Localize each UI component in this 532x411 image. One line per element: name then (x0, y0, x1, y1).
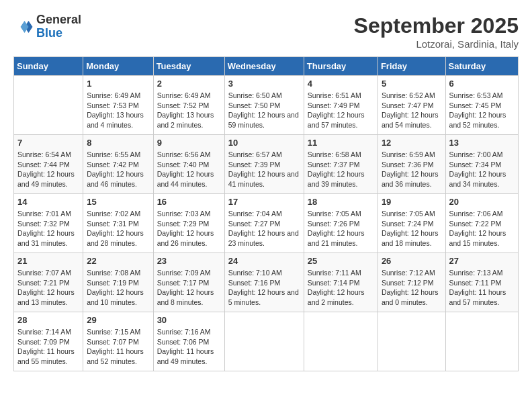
day-number: 6 (449, 79, 515, 89)
calendar-cell: 7Sunrise: 6:54 AMSunset: 7:44 PMDaylight… (14, 135, 83, 194)
day-number: 13 (449, 138, 515, 148)
day-info: Sunrise: 6:56 AMSunset: 7:40 PMDaylight:… (157, 150, 221, 189)
day-info: Sunrise: 6:58 AMSunset: 7:37 PMDaylight:… (308, 150, 374, 189)
day-number: 1 (87, 79, 149, 89)
calendar-cell (378, 312, 445, 371)
calendar-cell: 24Sunrise: 7:10 AMSunset: 7:16 PMDayligh… (224, 253, 304, 312)
day-number: 28 (17, 315, 79, 325)
day-info: Sunrise: 7:02 AMSunset: 7:31 PMDaylight:… (87, 209, 149, 248)
calendar-cell: 22Sunrise: 7:08 AMSunset: 7:19 PMDayligh… (83, 253, 153, 312)
calendar-cell: 11Sunrise: 6:58 AMSunset: 7:37 PMDayligh… (304, 135, 378, 194)
weekday-header: Friday (378, 57, 445, 76)
day-info: Sunrise: 6:54 AMSunset: 7:44 PMDaylight:… (17, 150, 79, 189)
logo-text: General Blue (36, 13, 81, 40)
day-info: Sunrise: 7:15 AMSunset: 7:07 PMDaylight:… (87, 327, 149, 367)
weekday-header-row: SundayMondayTuesdayWednesdayThursdayFrid… (14, 57, 519, 76)
calendar-body: 1Sunrise: 6:49 AMSunset: 7:53 PMDaylight… (14, 76, 519, 371)
calendar-header: SundayMondayTuesdayWednesdayThursdayFrid… (14, 57, 519, 76)
calendar-cell: 9Sunrise: 6:56 AMSunset: 7:40 PMDaylight… (153, 135, 224, 194)
day-number: 8 (87, 138, 149, 148)
calendar-cell: 17Sunrise: 7:04 AMSunset: 7:27 PMDayligh… (224, 194, 304, 253)
day-info: Sunrise: 7:03 AMSunset: 7:29 PMDaylight:… (157, 209, 221, 248)
calendar-cell: 1Sunrise: 6:49 AMSunset: 7:53 PMDaylight… (83, 76, 153, 135)
weekday-header: Sunday (14, 57, 83, 76)
day-number: 2 (157, 79, 221, 89)
day-number: 29 (87, 315, 149, 325)
day-info: Sunrise: 6:51 AMSunset: 7:49 PMDaylight:… (308, 91, 374, 130)
day-info: Sunrise: 7:08 AMSunset: 7:19 PMDaylight:… (87, 268, 149, 308)
day-info: Sunrise: 6:59 AMSunset: 7:36 PMDaylight:… (382, 150, 442, 189)
day-number: 16 (157, 197, 221, 207)
day-number: 9 (157, 138, 221, 148)
calendar-cell: 8Sunrise: 6:55 AMSunset: 7:42 PMDaylight… (83, 135, 153, 194)
logo-icon (13, 17, 34, 37)
page-header: General Blue September 2025 Lotzorai, Sa… (13, 13, 519, 50)
day-number: 5 (382, 79, 442, 89)
day-info: Sunrise: 6:50 AMSunset: 7:50 PMDaylight:… (228, 91, 300, 130)
calendar-cell: 13Sunrise: 7:00 AMSunset: 7:34 PMDayligh… (445, 135, 518, 194)
calendar-cell: 19Sunrise: 7:05 AMSunset: 7:24 PMDayligh… (378, 194, 445, 253)
calendar-cell: 16Sunrise: 7:03 AMSunset: 7:29 PMDayligh… (153, 194, 224, 253)
day-number: 19 (382, 197, 442, 207)
weekday-header: Saturday (445, 57, 518, 76)
calendar-cell: 2Sunrise: 6:49 AMSunset: 7:52 PMDaylight… (153, 76, 224, 135)
day-info: Sunrise: 7:16 AMSunset: 7:06 PMDaylight:… (157, 327, 221, 367)
day-info: Sunrise: 7:12 AMSunset: 7:12 PMDaylight:… (382, 268, 442, 308)
calendar-cell: 27Sunrise: 7:13 AMSunset: 7:11 PMDayligh… (445, 253, 518, 312)
title-block: September 2025 Lotzorai, Sardinia, Italy (354, 13, 519, 50)
calendar-cell (224, 312, 304, 371)
day-number: 24 (228, 256, 300, 266)
weekday-header: Monday (83, 57, 153, 76)
day-info: Sunrise: 6:53 AMSunset: 7:45 PMDaylight:… (449, 91, 515, 130)
logo: General Blue (13, 13, 81, 40)
day-info: Sunrise: 7:09 AMSunset: 7:17 PMDaylight:… (157, 268, 221, 308)
calendar-table: SundayMondayTuesdayWednesdayThursdayFrid… (13, 56, 519, 371)
day-number: 22 (87, 256, 149, 266)
calendar-cell (445, 312, 518, 371)
day-number: 7 (17, 138, 79, 148)
day-info: Sunrise: 6:52 AMSunset: 7:47 PMDaylight:… (382, 91, 442, 130)
calendar-cell: 18Sunrise: 7:05 AMSunset: 7:26 PMDayligh… (304, 194, 378, 253)
day-number: 27 (449, 256, 515, 266)
calendar-week-row: 1Sunrise: 6:49 AMSunset: 7:53 PMDaylight… (14, 76, 519, 135)
day-number: 18 (308, 197, 374, 207)
day-info: Sunrise: 6:49 AMSunset: 7:53 PMDaylight:… (87, 91, 149, 130)
calendar-cell (14, 76, 83, 135)
calendar-cell: 26Sunrise: 7:12 AMSunset: 7:12 PMDayligh… (378, 253, 445, 312)
day-info: Sunrise: 7:07 AMSunset: 7:21 PMDaylight:… (17, 268, 79, 308)
calendar-cell: 20Sunrise: 7:06 AMSunset: 7:22 PMDayligh… (445, 194, 518, 253)
calendar-cell: 21Sunrise: 7:07 AMSunset: 7:21 PMDayligh… (14, 253, 83, 312)
calendar-cell: 12Sunrise: 6:59 AMSunset: 7:36 PMDayligh… (378, 135, 445, 194)
calendar-week-row: 14Sunrise: 7:01 AMSunset: 7:32 PMDayligh… (14, 194, 519, 253)
month-year: September 2025 (354, 13, 519, 38)
day-number: 15 (87, 197, 149, 207)
day-info: Sunrise: 6:55 AMSunset: 7:42 PMDaylight:… (87, 150, 149, 189)
day-number: 11 (308, 138, 374, 148)
day-info: Sunrise: 7:01 AMSunset: 7:32 PMDaylight:… (17, 209, 79, 248)
day-number: 12 (382, 138, 442, 148)
calendar-cell: 14Sunrise: 7:01 AMSunset: 7:32 PMDayligh… (14, 194, 83, 253)
day-info: Sunrise: 7:11 AMSunset: 7:14 PMDaylight:… (308, 268, 374, 308)
calendar-cell: 23Sunrise: 7:09 AMSunset: 7:17 PMDayligh… (153, 253, 224, 312)
day-info: Sunrise: 6:49 AMSunset: 7:52 PMDaylight:… (157, 91, 221, 130)
day-number: 20 (449, 197, 515, 207)
day-info: Sunrise: 7:06 AMSunset: 7:22 PMDaylight:… (449, 209, 515, 248)
location: Lotzorai, Sardinia, Italy (354, 38, 519, 50)
weekday-header: Tuesday (153, 57, 224, 76)
calendar-cell: 10Sunrise: 6:57 AMSunset: 7:39 PMDayligh… (224, 135, 304, 194)
calendar-cell: 30Sunrise: 7:16 AMSunset: 7:06 PMDayligh… (153, 312, 224, 371)
calendar-cell: 25Sunrise: 7:11 AMSunset: 7:14 PMDayligh… (304, 253, 378, 312)
day-info: Sunrise: 7:05 AMSunset: 7:24 PMDaylight:… (382, 209, 442, 248)
day-info: Sunrise: 7:04 AMSunset: 7:27 PMDaylight:… (228, 209, 300, 248)
day-info: Sunrise: 6:57 AMSunset: 7:39 PMDaylight:… (228, 150, 300, 189)
day-number: 17 (228, 197, 300, 207)
weekday-header: Thursday (304, 57, 378, 76)
calendar-cell: 15Sunrise: 7:02 AMSunset: 7:31 PMDayligh… (83, 194, 153, 253)
day-number: 4 (308, 79, 374, 89)
calendar-cell: 4Sunrise: 6:51 AMSunset: 7:49 PMDaylight… (304, 76, 378, 135)
calendar-week-row: 21Sunrise: 7:07 AMSunset: 7:21 PMDayligh… (14, 253, 519, 312)
day-number: 26 (382, 256, 442, 266)
day-number: 21 (17, 256, 79, 266)
day-number: 25 (308, 256, 374, 266)
day-info: Sunrise: 7:13 AMSunset: 7:11 PMDaylight:… (449, 268, 515, 308)
